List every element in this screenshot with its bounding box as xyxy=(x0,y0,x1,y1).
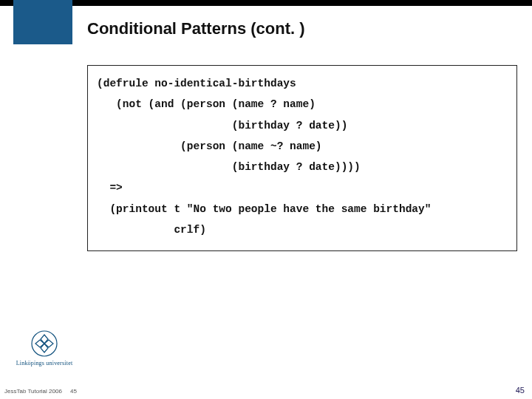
slide-title: Conditional Patterns (cont. ) xyxy=(87,19,305,38)
top-bar xyxy=(0,0,532,6)
code-line: => xyxy=(97,182,123,194)
code-line: (person (name ~? name) xyxy=(97,140,322,152)
footer-left: JessTab Tutorial 2006 45 xyxy=(4,388,77,395)
footer-page-number: 45 xyxy=(516,386,525,395)
code-line: (birthday ? date)) xyxy=(97,120,347,132)
university-logo-area: Linköpings universitet xyxy=(7,329,81,366)
code-line: (defrule no-identical-birthdays xyxy=(97,78,296,89)
code-line: (not (and (person (name ? name) xyxy=(97,98,316,110)
code-line: crlf) xyxy=(97,224,206,236)
code-box: (defrule no-identical-birthdays (not (an… xyxy=(87,65,517,251)
sidebar-accent-block xyxy=(13,0,72,44)
code-line: (birthday ? date)))) xyxy=(97,161,361,173)
seal-icon xyxy=(30,329,59,358)
footer-source: JessTab Tutorial 2006 xyxy=(4,388,62,395)
code-line: (printout t "No two people have the same… xyxy=(97,203,431,215)
footer-page-small: 45 xyxy=(70,388,77,395)
university-name: Linköpings universitet xyxy=(7,360,81,366)
